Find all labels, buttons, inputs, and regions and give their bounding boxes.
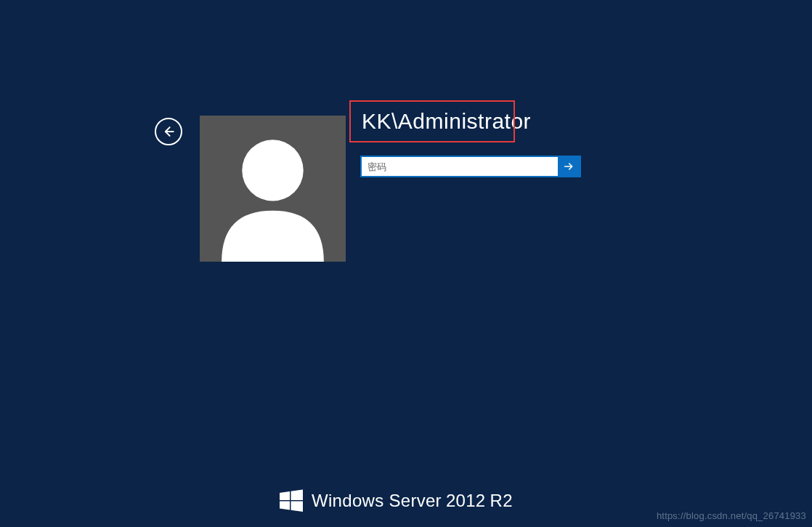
arrow-left-icon: [161, 124, 176, 139]
watermark-text: https://blog.csdn.net/qq_26741933: [657, 510, 806, 521]
password-input[interactable]: [362, 157, 558, 176]
brand-edition: R2: [490, 491, 513, 511]
svg-point-0: [242, 140, 303, 201]
password-field-container: [360, 156, 581, 177]
username-label: KK\Administrator: [362, 109, 531, 134]
back-button[interactable]: [155, 118, 182, 145]
windows-logo-icon: [280, 489, 303, 512]
os-brand: Windows Server 2012 R2: [280, 489, 513, 512]
brand-product: Windows Server: [312, 491, 442, 511]
arrow-right-icon: [563, 161, 575, 172]
submit-button[interactable]: [558, 157, 580, 176]
avatar: [200, 116, 346, 262]
brand-year: 2012: [446, 491, 486, 511]
user-icon: [200, 116, 346, 262]
